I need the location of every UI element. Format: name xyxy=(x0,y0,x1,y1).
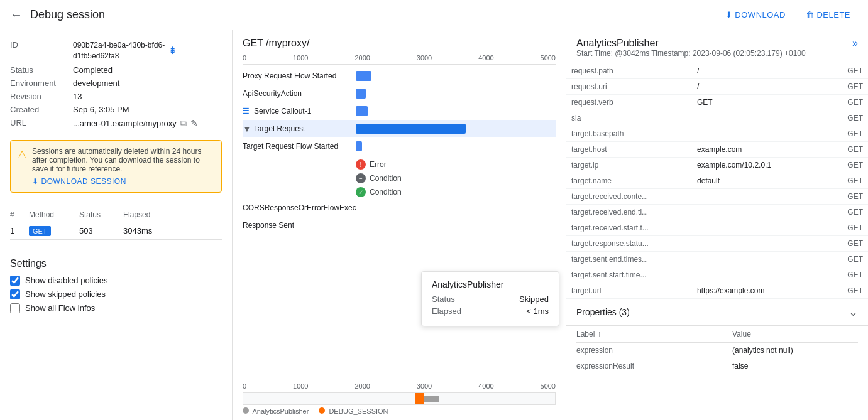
row-label-proxy-request: Proxy Request Flow Started xyxy=(243,72,336,80)
show-skipped-policies-checkbox[interactable] xyxy=(10,289,20,299)
tooltip-status-row: Status Skipped xyxy=(432,294,549,304)
field-created: Created Sep 6, 3:05 PM xyxy=(10,105,222,114)
properties-section-body: Label ↑ Value expression (analytics not … xyxy=(566,326,868,374)
timeline-axis-top: 0 1000 2000 3000 4000 5000 xyxy=(243,54,556,65)
right-panel-title: AnalyticsPublisher xyxy=(576,38,806,49)
collapse-id-button[interactable]: ⇟ xyxy=(168,45,177,57)
row-label-response-sent: Response Sent xyxy=(243,221,294,230)
delete-icon: 🗑 xyxy=(806,10,815,19)
row-label-service-callout: Service Callout-1 xyxy=(254,107,311,116)
show-disabled-policies-label: Show disabled policies xyxy=(25,276,108,285)
list-item[interactable]: expressionResult false xyxy=(576,358,858,374)
edit-url-button[interactable]: ✎ xyxy=(190,118,198,128)
field-label-environment: Environment xyxy=(10,78,73,88)
header-actions: ⬇ DOWNLOAD 🗑 DELETE xyxy=(718,6,858,23)
warning-box: △ Sessions are automatically deleted wit… xyxy=(10,140,222,193)
table-row[interactable]: target.received.start.t...GET xyxy=(566,220,868,236)
row-label-cors: CORSResponseOrErrorFlowExecu xyxy=(243,203,356,212)
col-header-label: Label xyxy=(576,330,595,338)
field-value-revision: 13 xyxy=(73,92,82,101)
field-value-status: Completed xyxy=(73,65,113,75)
tooltip-elapsed-row: Elapsed < 1ms xyxy=(432,306,549,316)
properties-table: request.path/GET request.uri/GET request… xyxy=(566,63,868,299)
back-button[interactable]: ← xyxy=(10,8,23,22)
list-item[interactable]: ☰ Service Callout-1 xyxy=(243,102,556,120)
field-value-id: 090b72a4-be0a-430b-bfd6-d1fb5ed62fa8 ⇟ xyxy=(73,40,177,62)
list-item[interactable]: expression (analytics not null) xyxy=(576,343,858,358)
condition-yes-icon: ✓ xyxy=(356,187,366,197)
show-all-flowinfos-checkbox[interactable] xyxy=(10,303,20,313)
table-row[interactable]: target.received.end.ti...GET xyxy=(566,205,868,220)
download-button[interactable]: ⬇ DOWNLOAD xyxy=(718,6,793,23)
table-row[interactable]: 1 GET 503 3043ms xyxy=(10,222,222,240)
show-all-flowinfos-row: Show all Flow infos xyxy=(10,303,222,313)
right-panel-subtitle: Start Time: @3042ms Timestamp: 2023-09-0… xyxy=(576,49,806,58)
field-label-id: ID xyxy=(10,40,73,62)
field-value-environment: development xyxy=(73,78,119,88)
table-row[interactable]: target.response.statu...GET xyxy=(566,236,868,252)
bottom-timeline: 0 1000 2000 3000 4000 5000 AnalyticsPubl… xyxy=(233,377,566,420)
list-item[interactable]: Target Request Flow Started xyxy=(243,137,556,155)
table-row[interactable]: request.path/GET xyxy=(566,63,868,79)
download-session-icon: ⬇ xyxy=(32,177,39,186)
left-panel: ID 090b72a4-be0a-430b-bfd6-d1fb5ed62fa8 … xyxy=(0,30,233,420)
timeline-bar-selected xyxy=(356,124,466,134)
requests-table: # Method Status Elapsed 1 GET 503 3043ms xyxy=(10,208,222,240)
table-row[interactable]: target.hostexample.comGET xyxy=(566,142,868,158)
table-row[interactable]: target.sent.start.time...GET xyxy=(566,267,868,283)
service-callout-icon: ☰ xyxy=(243,107,250,116)
timeline-container[interactable]: 0 1000 2000 3000 4000 5000 Proxy Request… xyxy=(233,54,566,377)
right-panel-header: AnalyticsPublisher Start Time: @3042ms T… xyxy=(566,30,868,63)
table-row[interactable]: slaGET xyxy=(566,110,868,126)
bottom-legend: AnalyticsPublisher DEBUG_SESSION xyxy=(243,407,556,415)
debug-session-label: DEBUG_SESSION xyxy=(319,407,388,415)
show-disabled-policies-checkbox[interactable] xyxy=(10,276,20,286)
table-row[interactable]: target.ipexample.com/10.2.0.1GET xyxy=(566,158,868,173)
timeline-bar xyxy=(356,71,371,81)
right-panel-nav-button[interactable]: » xyxy=(852,38,858,49)
bottom-bar-chart xyxy=(243,392,556,405)
event-condition-2[interactable]: ✓ Condition xyxy=(356,185,556,199)
row-label-target-request: Target Request xyxy=(254,124,305,133)
event-error[interactable]: ! Error xyxy=(356,158,556,171)
download-icon: ⬇ xyxy=(725,10,733,19)
list-item[interactable]: CORSResponseOrErrorFlowExecu xyxy=(243,199,556,217)
table-row[interactable]: request.verbGETGET xyxy=(566,95,868,110)
list-item[interactable]: Response Sent xyxy=(243,217,556,234)
show-disabled-policies-row: Show disabled policies xyxy=(10,276,222,286)
sort-asc-icon[interactable]: ↑ xyxy=(597,330,601,338)
warning-icon: △ xyxy=(18,148,26,186)
delete-button[interactable]: 🗑 DELETE xyxy=(798,6,858,23)
col-header-method: Method xyxy=(29,210,79,219)
header: ← Debug session ⬇ DOWNLOAD 🗑 DELETE xyxy=(0,0,868,30)
col-header-status: Status xyxy=(79,210,123,219)
table-row[interactable]: target.namedefaultGET xyxy=(566,173,868,189)
page-title: Debug session xyxy=(30,8,718,21)
settings-title: Settings xyxy=(10,258,222,269)
field-label-revision: Revision xyxy=(10,92,73,101)
settings-section: Settings Show disabled policies Show ski… xyxy=(10,250,222,317)
list-item[interactable]: ▼ Target Request xyxy=(243,120,556,137)
chart-title: GET /myproxy/ xyxy=(233,30,566,54)
table-row[interactable]: target.basepathGET xyxy=(566,126,868,142)
method-badge: GET xyxy=(29,226,51,236)
field-url: URL ...amer-01.example/myproxy ⧉ ✎ xyxy=(10,118,222,129)
timeline-bar xyxy=(356,89,366,99)
list-item[interactable]: Proxy Request Flow Started xyxy=(243,67,556,85)
table-row[interactable]: target.received.conte...GET xyxy=(566,189,868,205)
field-id: ID 090b72a4-be0a-430b-bfd6-d1fb5ed62fa8 … xyxy=(10,40,222,62)
table-row[interactable]: target.urlhttps://example.comGET xyxy=(566,283,868,299)
event-condition-1[interactable]: − Condition xyxy=(356,171,556,185)
show-all-flowinfos-label: Show all Flow infos xyxy=(25,303,95,313)
download-session-link[interactable]: ⬇ DOWNLOAD SESSION xyxy=(32,177,214,186)
properties-section-header[interactable]: Properties (3) ⌄ xyxy=(566,299,868,326)
list-item[interactable]: ApiSecurityAction xyxy=(243,85,556,102)
field-label-created: Created xyxy=(10,105,73,114)
bottom-bar-debug xyxy=(415,393,424,404)
copy-url-button[interactable]: ⧉ xyxy=(180,118,187,129)
bottom-axis: 0 1000 2000 3000 4000 5000 xyxy=(243,382,556,390)
table-row[interactable]: request.uri/GET xyxy=(566,79,868,95)
row-label-api-security: ApiSecurityAction xyxy=(243,89,302,98)
table-row[interactable]: target.sent.end.times...GET xyxy=(566,252,868,267)
analytics-publisher-tooltip: AnalyticsPublisher Status Skipped Elapse… xyxy=(421,271,559,326)
